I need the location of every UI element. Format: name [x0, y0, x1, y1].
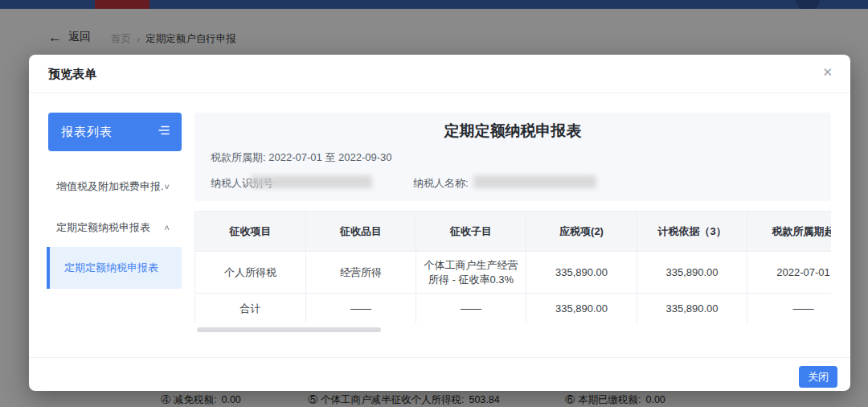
sidebar-group-vat-label: 增值税及附加税费申报... — [56, 179, 163, 194]
table-cell: 2022-07-01 — [747, 252, 832, 294]
table-cell: 335,890.00 — [526, 252, 637, 294]
active-indicator-bar — [47, 247, 50, 289]
tax-period-value: 2022-07-01 至 2022-09-30 — [268, 151, 391, 163]
taxpayer-name-value-redacted — [473, 175, 596, 188]
column-header: 征收品目 — [306, 212, 416, 252]
column-header: 税款所属期起 — [747, 212, 832, 252]
report-table: 征收项目征收品目征收子目应税项(2)计税依据（3）税款所属期起 个人所得税经营所… — [194, 211, 831, 323]
sidebar-item-fixed-quota-report[interactable]: 定期定额纳税申报表 — [47, 247, 182, 289]
sidebar-group-vat[interactable]: 增值税及附加税费申报... ∨ — [48, 171, 182, 203]
table-cell: —— — [306, 294, 416, 324]
sidebar-group-fixed-quota[interactable]: 定期定额纳税申报表 ∧ — [48, 212, 182, 244]
screen: ← 返回 首页 › 定期定额户自行申报 ④ 减免税额:0.00 ⑤ 个体工商户减… — [0, 0, 868, 407]
table-cell: 个体工商户生产经营所得 - 征收率0.3% — [416, 252, 526, 294]
table-total-row: 合计————335,890.00335,890.00—— — [195, 294, 832, 324]
report-list-header[interactable]: 报表列表 — [48, 113, 182, 151]
modal-header: 预览表单 ✕ — [29, 55, 850, 93]
horizontal-scrollbar[interactable] — [197, 327, 381, 332]
table-cell: —— — [747, 294, 832, 324]
chevron-up-icon: ∧ — [163, 223, 170, 232]
close-button[interactable]: 关闭 — [799, 366, 837, 388]
table-row: 个人所得税经营所得个体工商户生产经营所得 - 征收率0.3%335,890.00… — [195, 252, 832, 294]
table-header-row: 征收项目征收品目征收子目应税项(2)计税依据（3）税款所属期起 — [195, 212, 832, 252]
sidebar-group-fixed-quota-label: 定期定额纳税申报表 — [56, 220, 163, 235]
table-cell: 经营所得 — [306, 252, 416, 294]
column-header: 计税依据（3） — [637, 212, 747, 252]
tax-period-label: 税款所属期: — [211, 151, 266, 163]
report-content: 定期定额纳税申报表 税款所属期: 2022-07-01 至 2022-09-30… — [194, 113, 831, 201]
column-header: 应税项(2) — [526, 212, 637, 252]
table-cell: 个人所得税 — [195, 252, 306, 294]
report-list-title: 报表列表 — [61, 125, 158, 140]
taxpayer-row: 纳税人识别号 纳税人名称: — [211, 175, 815, 190]
taxpayer-id-value-redacted — [251, 175, 372, 188]
column-header: 征收项目 — [195, 212, 306, 252]
modal-title: 预览表单 — [48, 67, 96, 82]
tax-period: 税款所属期: 2022-07-01 至 2022-09-30 — [211, 150, 391, 165]
list-collapse-icon — [158, 125, 170, 139]
table-cell: 335,890.00 — [637, 294, 747, 324]
chevron-down-icon: ∨ — [163, 182, 170, 191]
modal-footer: 关闭 — [29, 357, 850, 391]
report-list-sidebar: 报表列表 增值税及附加税费申报... ∨ 定期定额纳税申报表 ∧ 定期定额纳税申… — [48, 113, 182, 151]
sidebar-active-item-label: 定期定额纳税申报表 — [64, 261, 158, 275]
table-cell: 335,890.00 — [637, 252, 747, 294]
report-title: 定期定额纳税申报表 — [194, 121, 831, 142]
preview-form-modal: 预览表单 ✕ 报表列表 增值税及附加税费申报... ∨ 定期定额纳税申报表 ∧ … — [29, 55, 850, 391]
report-table-wrap: 征收项目征收品目征收子目应税项(2)计税依据（3）税款所属期起 个人所得税经营所… — [194, 211, 831, 323]
report-info-block: 定期定额纳税申报表 税款所属期: 2022-07-01 至 2022-09-30… — [194, 113, 831, 201]
taxpayer-name-label: 纳税人名称: — [413, 176, 469, 191]
close-icon[interactable]: ✕ — [822, 66, 833, 78]
table-cell: 335,890.00 — [526, 294, 637, 324]
table-cell: 合计 — [195, 294, 306, 324]
table-cell: —— — [416, 294, 526, 324]
column-header: 征收子目 — [416, 212, 526, 252]
